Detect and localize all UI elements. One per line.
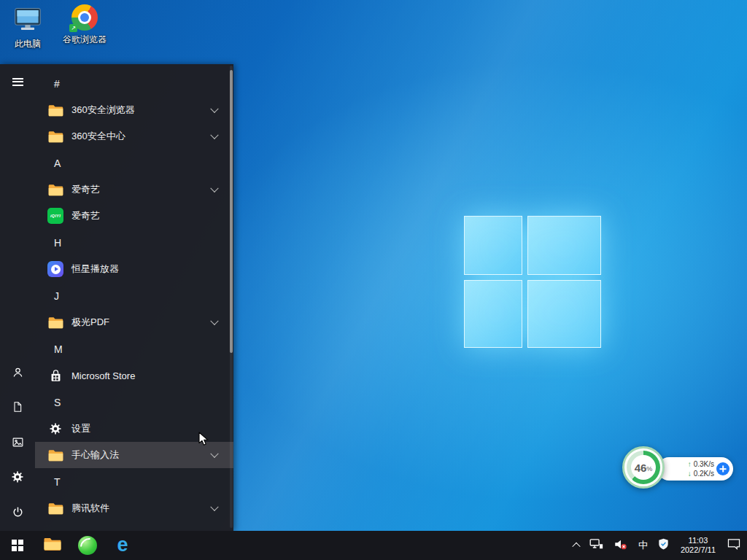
rail-account-button[interactable] [0, 356, 35, 391]
edge-button[interactable]: e [105, 531, 140, 560]
volume-muted-icon [614, 538, 628, 553]
desktop-icon-label: 此电脑 [15, 38, 41, 50]
store-icon [47, 367, 64, 384]
start-menu: #360安全浏览器360安全中心A爱奇艺iQIYI爱奇艺H恒星播放器J极光PDF… [0, 64, 233, 531]
network-tray-button[interactable] [584, 531, 608, 560]
windows-logo [464, 216, 601, 348]
chevron-down-icon[interactable] [210, 184, 218, 192]
app-label: 手心输入法 [71, 448, 119, 462]
app-label: Microsoft Store [71, 370, 135, 381]
windows-start-icon [12, 540, 24, 552]
desktop-icon-this-pc[interactable]: 此电脑 [4, 6, 51, 50]
account-icon [12, 366, 24, 381]
file-explorer-button[interactable] [35, 531, 70, 560]
player-icon [47, 260, 64, 278]
folder-icon [47, 446, 64, 464]
green-browser-icon [78, 536, 97, 555]
volume-tray-button[interactable] [608, 531, 633, 560]
chevron-down-icon[interactable] [210, 450, 218, 458]
chevron-up-icon [572, 542, 580, 551]
desktop-screen: 此电脑 ↗ 谷歌浏览器 #360安全浏览器360安全中心A爱奇艺iQIYI爱奇艺… [0, 0, 747, 560]
arrow-up-icon: ↑ [688, 461, 692, 468]
windows-logo-pane [464, 280, 522, 348]
start-menu-item[interactable]: 腾讯软件 [35, 495, 233, 521]
chevron-down-icon[interactable] [210, 503, 218, 511]
folder-icon [47, 499, 64, 517]
app-label: 360安全浏览器 [71, 104, 135, 117]
upload-speed-value: 0.3K/s [694, 460, 714, 469]
usage-ring: 46 % [627, 451, 660, 484]
app-list-letter[interactable]: A [35, 149, 233, 176]
browser-360-button[interactable] [70, 531, 105, 560]
start-menu-item[interactable]: 设置 [35, 416, 233, 442]
start-menu-item[interactable]: 恒星播放器 [35, 256, 233, 282]
notification-icon [727, 538, 740, 553]
app-list-letter[interactable]: T [35, 468, 233, 495]
tray-expand-button[interactable] [568, 531, 584, 560]
start-menu-rail [0, 64, 35, 531]
start-menu-item[interactable]: 极光PDF [35, 309, 233, 335]
arrow-down-icon: ↓ [688, 470, 692, 478]
usage-percent-value: 46 [635, 462, 647, 474]
start-menu-item[interactable]: 爱奇艺 [35, 176, 233, 203]
add-button[interactable] [716, 462, 729, 475]
action-center-button[interactable] [722, 531, 746, 560]
start-menu-item[interactable]: Microsoft Store [35, 362, 233, 389]
windows-logo-pane [527, 280, 601, 348]
start-menu-app-list: #360安全浏览器360安全中心A爱奇艺iQIYI爱奇艺H恒星播放器J极光PDF… [35, 64, 233, 531]
power-icon [12, 506, 24, 521]
app-label: 恒星播放器 [71, 262, 119, 276]
rail-settings-button[interactable] [0, 461, 35, 496]
folder-icon [47, 314, 64, 331]
app-label: 设置 [71, 422, 90, 435]
rail-power-button[interactable] [0, 496, 35, 531]
settings-icon [11, 470, 24, 486]
rail-documents-button[interactable] [0, 391, 35, 426]
rail-pictures-button[interactable] [0, 426, 35, 461]
folder-icon [47, 181, 64, 198]
download-speed-row: ↓ 0.2K/s [666, 470, 714, 478]
desktop-icon-chrome[interactable]: ↗ 谷歌浏览器 [61, 4, 108, 46]
ethernet-icon [589, 538, 603, 553]
app-label: 爱奇艺 [71, 209, 100, 222]
clock[interactable]: 11:03 2022/7/11 [674, 531, 722, 560]
start-menu-item[interactable]: 360安全中心 [35, 123, 233, 149]
shield-check-icon [658, 538, 669, 553]
chevron-down-icon[interactable] [210, 317, 218, 325]
start-button[interactable] [0, 531, 35, 560]
documents-icon [12, 401, 23, 416]
iqiyi-icon: iQIYI [47, 207, 64, 225]
rail-menu-button[interactable] [0, 64, 35, 99]
start-menu-item[interactable]: 360安全浏览器 [35, 97, 233, 123]
clock-date: 2022/7/11 [681, 545, 716, 555]
start-menu-item[interactable]: 手心输入法 [35, 442, 233, 468]
app-list-letter[interactable]: S [35, 389, 233, 416]
desktop-icon-label: 谷歌浏览器 [63, 34, 107, 46]
start-menu-scrollbar-thumb[interactable] [230, 70, 233, 353]
chevron-down-icon[interactable] [210, 131, 218, 139]
windows-logo-pane [464, 216, 522, 275]
app-list-letter[interactable]: M [35, 335, 233, 362]
shortcut-arrow-icon: ↗ [69, 24, 77, 32]
app-list-letter[interactable]: J [35, 282, 233, 309]
app-label: 极光PDF [71, 316, 109, 329]
app-label: 爱奇艺 [71, 183, 100, 196]
taskbar: e [0, 531, 747, 560]
speed-widget: ↑ 0.3K/s ↓ 0.2K/s 46 % [622, 446, 733, 490]
chevron-down-icon[interactable] [210, 105, 218, 113]
app-list-letter[interactable]: W [35, 521, 233, 531]
speed-rows: ↑ 0.3K/s ↓ 0.2K/s [666, 460, 714, 478]
chrome-icon: ↗ [71, 4, 98, 31]
app-list-letter[interactable]: # [35, 70, 233, 97]
memory-usage-ball[interactable]: 46 % [622, 446, 665, 489]
system-tray: 中 11:03 2022/7/11 [568, 531, 747, 560]
start-menu-item[interactable]: iQIYI爱奇艺 [35, 203, 233, 229]
file-explorer-icon [43, 536, 62, 555]
this-pc-icon [13, 6, 42, 35]
folder-icon [47, 101, 64, 119]
ime-indicator[interactable]: 中 [633, 531, 653, 560]
clock-time: 11:03 [689, 536, 708, 545]
security-tray-button[interactable] [653, 531, 674, 560]
app-list-letter[interactable]: H [35, 229, 233, 256]
menu-icon [12, 76, 23, 88]
